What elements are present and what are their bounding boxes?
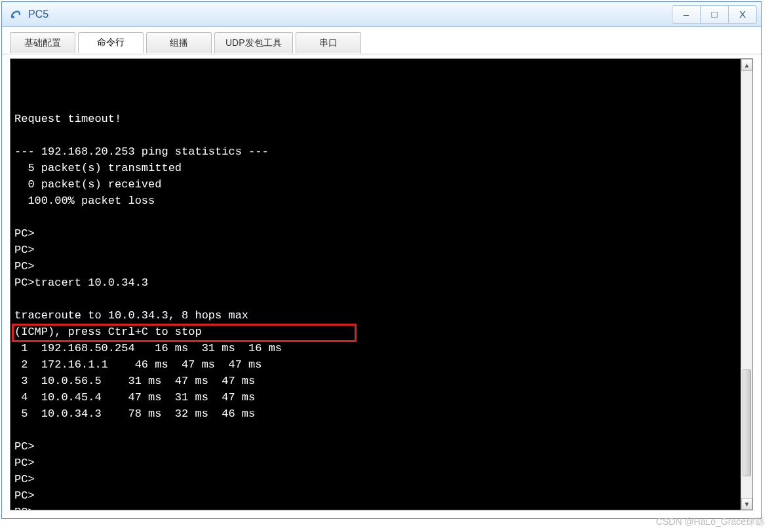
tab-udp-tool[interactable]: UDP发包工具 [214,32,293,53]
tab-serial[interactable]: 串口 [296,32,361,53]
terminal-line: PC> [14,438,737,455]
terminal-line [14,127,737,143]
tab-basic-config[interactable]: 基础配置 [10,32,75,53]
window-title: PC5 [28,9,672,20]
terminal-wrap: Request timeout! --- 192.168.20.253 ping… [10,58,753,510]
tab-multicast[interactable]: 组播 [146,32,212,53]
terminal-line: 1 192.168.50.254 16 ms 31 ms 16 ms [14,340,737,356]
scrollbar-up-icon[interactable]: ▲ [741,59,752,71]
watermark-text: CSDN @HaLo_Grace肆繇 [656,516,764,528]
minimize-button[interactable]: – [672,5,701,24]
terminal-line: PC>tracert 10.0.34.3 [14,275,737,291]
terminal-line [14,291,737,307]
terminal-line: --- 192.168.20.253 ping statistics --- [14,143,737,160]
tabs-row: 基础配置 命令行 组播 UDP发包工具 串口 [2,27,761,54]
terminal-line: PC> [14,225,737,242]
close-button[interactable]: X [728,5,757,24]
scrollbar-track-area[interactable] [741,71,752,498]
terminal-line: PC> [14,242,737,258]
terminal-line [14,422,737,438]
terminal-line: 5 packet(s) transmitted [14,160,737,176]
terminal-line: PC> [14,455,737,471]
terminal-line: 2 172.16.1.1 46 ms 47 ms 47 ms [14,356,737,373]
terminal-line: 5 10.0.34.3 78 ms 32 ms 46 ms [14,406,737,422]
terminal-line: PC> [14,487,737,504]
terminal-line: Request timeout! [14,111,737,127]
window-frame: PC5 – □ X 基础配置 命令行 组播 UDP发包工具 串口 Request… [1,1,762,519]
terminal-line: 0 packet(s) received [14,176,737,193]
terminal-line: 4 10.0.45.4 47 ms 31 ms 47 ms [14,389,737,406]
titlebar[interactable]: PC5 – □ X [2,2,761,27]
maximize-button[interactable]: □ [700,5,729,24]
terminal-line: 100.00% packet loss [14,193,737,209]
tab-command-line[interactable]: 命令行 [78,32,144,53]
terminal-line: traceroute to 10.0.34.3, 8 hops max [14,307,737,324]
terminal-line: PC> [14,258,737,275]
terminal[interactable]: Request timeout! --- 192.168.20.253 ping… [10,59,741,510]
terminal-line: PC> [14,504,737,510]
app-icon [9,7,23,22]
terminal-line: (ICMP), press Ctrl+C to stop [14,324,737,340]
scrollbar-down-icon[interactable]: ▼ [741,498,752,510]
window-controls: – □ X [672,5,757,24]
terminal-line: 3 10.0.56.5 31 ms 47 ms 47 ms [14,373,737,389]
svg-point-0 [12,16,14,18]
terminal-line: PC> [14,471,737,487]
scrollbar-thumb[interactable] [743,370,751,476]
terminal-line [14,209,737,225]
scrollbar[interactable]: ▲ ▼ [741,59,752,510]
